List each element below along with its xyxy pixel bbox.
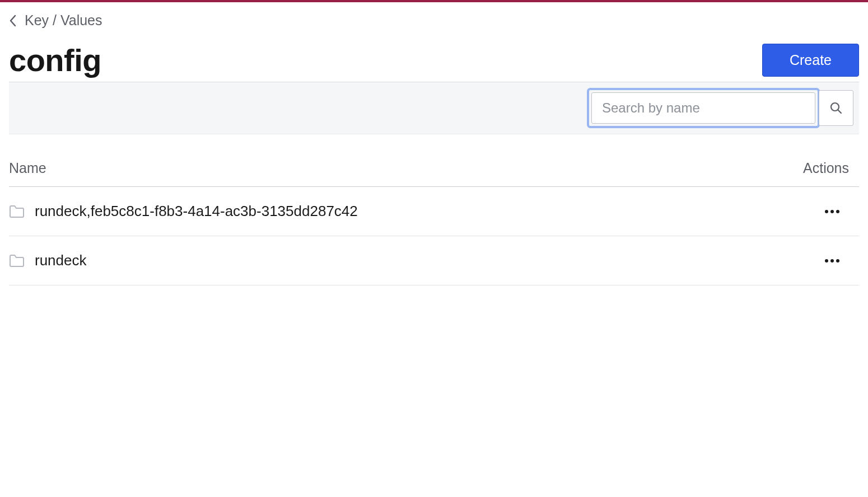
more-icon [824,259,840,263]
column-actions: Actions [803,160,859,176]
create-button[interactable]: Create [762,44,859,77]
folder-icon [9,205,25,218]
items-table: Name Actions rundeck,feb5c8c1-f8b3-4a14-… [9,154,859,285]
table-header: Name Actions [9,154,859,187]
svg-line-1 [838,110,841,113]
search-bar [9,82,859,134]
row-actions-button[interactable] [819,255,846,266]
folder-icon [9,254,25,268]
page-title: config [9,42,101,78]
row-left: rundeck,feb5c8c1-f8b3-4a14-ac3b-3135dd28… [9,203,358,220]
search-button[interactable] [819,90,853,126]
row-name: rundeck [35,252,87,269]
breadcrumb-label[interactable]: Key / Values [25,12,102,29]
row-actions-button[interactable] [819,206,846,217]
svg-point-5 [825,259,828,262]
column-name: Name [9,160,46,176]
row-name: rundeck,feb5c8c1-f8b3-4a14-ac3b-3135dd28… [35,203,358,220]
row-left: rundeck [9,252,87,269]
svg-point-3 [830,210,834,213]
search-input[interactable] [591,92,815,124]
search-icon [829,101,843,115]
main-container: Key / Values config Create Name Actions [0,2,868,285]
page-header: config Create [9,42,859,78]
table-row[interactable]: rundeck,feb5c8c1-f8b3-4a14-ac3b-3135dd28… [9,187,859,236]
breadcrumb: Key / Values [9,12,859,29]
more-icon [824,209,840,214]
svg-point-6 [830,259,834,262]
breadcrumb-back-icon[interactable] [9,15,17,27]
svg-point-4 [836,210,839,213]
table-row[interactable]: rundeck [9,236,859,285]
search-focus-ring [587,88,820,128]
svg-point-2 [825,210,828,213]
svg-point-7 [836,259,839,262]
